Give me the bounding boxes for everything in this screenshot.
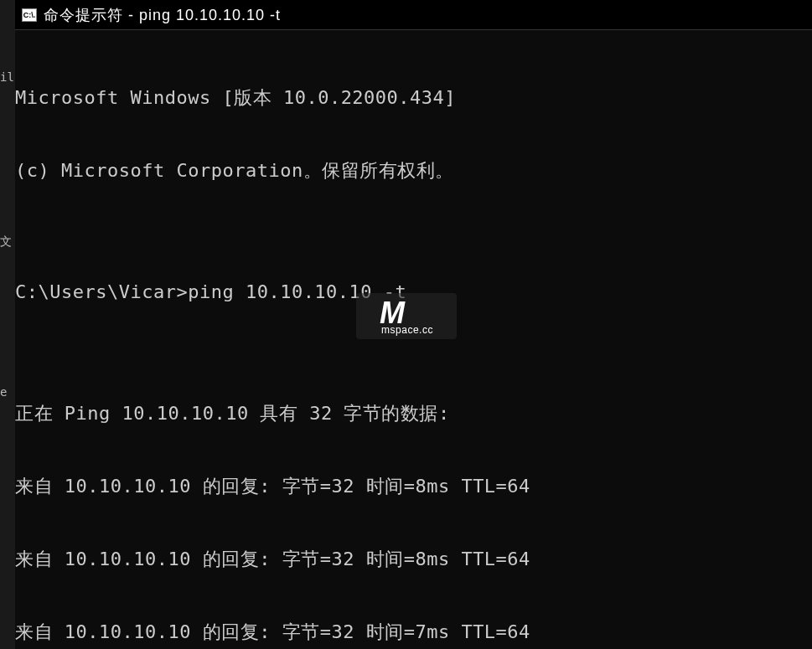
ping-reply-line: 来自 10.10.10.10 的回复: 字节=32 时间=7ms TTL=64	[15, 620, 812, 644]
ping-header-line: 正在 Ping 10.10.10.10 具有 32 字节的数据:	[15, 401, 812, 425]
version-line: Microsoft Windows [版本 10.0.22000.434]	[15, 85, 812, 110]
window-title: 命令提示符 - ping 10.10.10.10 -t	[44, 5, 281, 25]
watermark: M mspace.cc	[356, 293, 457, 339]
copyright-line: (c) Microsoft Corporation。保留所有权利。	[15, 158, 812, 183]
ping-reply-line: 来自 10.10.10.10 的回复: 字节=32 时间=8ms TTL=64	[15, 474, 812, 498]
terminal-output[interactable]: Microsoft Windows [版本 10.0.22000.434] (c…	[15, 30, 812, 649]
edge-fragment: e	[0, 385, 7, 399]
watermark-logo: M mspace.cc	[380, 298, 433, 335]
edge-fragment: 文	[0, 234, 12, 250]
edge-fragment: il	[0, 70, 14, 84]
desktop-left-edge: il 文 e	[0, 0, 15, 649]
watermark-sub: mspace.cc	[381, 325, 433, 335]
ping-reply-line: 来自 10.10.10.10 的回复: 字节=32 时间=8ms TTL=64	[15, 547, 812, 571]
cmd-icon: C:\.	[22, 8, 37, 22]
titlebar[interactable]: C:\. 命令提示符 - ping 10.10.10.10 -t	[15, 0, 812, 30]
